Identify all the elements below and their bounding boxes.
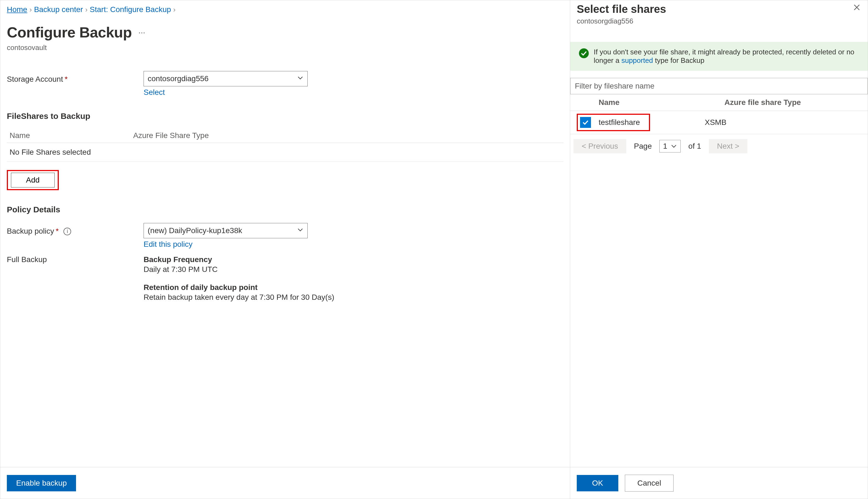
side-panel-title: Select file shares	[577, 3, 666, 15]
info-icon[interactable]: i	[63, 228, 71, 235]
fileshare-row[interactable]: testfileshare XSMB	[570, 111, 868, 134]
breadcrumb-backup-center[interactable]: Backup center	[34, 5, 83, 14]
chevron-down-icon	[670, 143, 677, 149]
add-button-highlight: Add	[7, 170, 59, 190]
side-panel: Select file shares contosorgdiag556 If y…	[570, 0, 868, 499]
ok-button[interactable]: OK	[577, 475, 618, 491]
backup-policy-label: Backup policy	[7, 227, 54, 235]
fileshare-row-type: XSMB	[705, 118, 726, 127]
page-of: of 1	[688, 142, 701, 150]
side-col-type: Azure file share Type	[724, 98, 801, 107]
required-icon: *	[64, 75, 68, 83]
chevron-right-icon: ›	[173, 5, 176, 14]
fileshares-heading: FileShares to Backup	[7, 111, 563, 121]
retention-title: Retention of daily backup point	[144, 283, 563, 292]
main-footer: Enable backup	[0, 467, 570, 499]
storage-account-dropdown[interactable]: contosorgdiag556	[144, 71, 308, 86]
next-button[interactable]: Next >	[709, 139, 748, 153]
backup-frequency-title: Backup Frequency	[144, 255, 563, 264]
main-pane: Home › Backup center › Start: Configure …	[0, 0, 570, 499]
fileshare-row-highlight: testfileshare	[577, 114, 650, 131]
add-button[interactable]: Add	[11, 173, 55, 187]
storage-account-label: Storage Account	[7, 75, 63, 83]
side-panel-subtitle: contosorgdiag556	[577, 17, 666, 25]
breadcrumb-home[interactable]: Home	[7, 5, 27, 14]
breadcrumb-start-configure-backup[interactable]: Start: Configure Backup	[90, 5, 171, 14]
storage-account-select-link[interactable]: Select	[144, 88, 165, 97]
chevron-right-icon: ›	[85, 5, 87, 14]
info-banner-text: If you don't see your file share, it mig…	[594, 48, 862, 65]
retention-text: Retain backup taken every day at 7:30 PM…	[144, 293, 563, 302]
full-backup-label: Full Backup	[7, 255, 144, 302]
fileshares-table: Name Azure File Share Type No File Share…	[7, 129, 563, 162]
page-subtitle: contosovault	[7, 44, 563, 52]
edit-policy-link[interactable]: Edit this policy	[144, 240, 192, 249]
supported-link[interactable]: supported	[621, 56, 653, 64]
page-title: Configure Backup	[7, 24, 132, 41]
filter-fileshare-input[interactable]	[570, 78, 868, 94]
fileshare-row-name: testfileshare	[599, 118, 640, 127]
info-banner: If you don't see your file share, it mig…	[570, 42, 868, 71]
chevron-down-icon	[297, 226, 304, 235]
storage-account-value: contosorgdiag556	[148, 74, 209, 83]
page-select[interactable]: 1	[659, 140, 681, 153]
backup-policy-dropdown[interactable]: (new) DailyPolicy-kup1e38k	[144, 223, 308, 238]
pager: < Previous Page 1 of 1 Next >	[570, 134, 868, 158]
chevron-down-icon	[297, 74, 304, 83]
success-check-icon	[579, 48, 589, 58]
previous-button[interactable]: < Previous	[573, 139, 626, 153]
more-actions-button[interactable]: ···	[137, 28, 147, 37]
fileshares-empty-message: No File Shares selected	[7, 143, 563, 162]
fileshares-col-name: Name	[10, 131, 133, 140]
enable-backup-button[interactable]: Enable backup	[7, 475, 76, 491]
cancel-button[interactable]: Cancel	[625, 475, 673, 491]
breadcrumb: Home › Backup center › Start: Configure …	[7, 5, 563, 16]
backup-frequency-text: Daily at 7:30 PM UTC	[144, 265, 563, 274]
page-label: Page	[634, 142, 652, 150]
policy-details-heading: Policy Details	[7, 205, 563, 214]
chevron-right-icon: ›	[29, 5, 32, 14]
fileshares-col-type: Azure File Share Type	[133, 131, 209, 140]
checkbox-checked[interactable]	[580, 117, 591, 128]
required-icon: *	[56, 227, 59, 235]
page-value: 1	[663, 142, 667, 150]
backup-policy-value: (new) DailyPolicy-kup1e38k	[148, 226, 242, 235]
close-icon[interactable]	[853, 3, 861, 13]
side-footer: OK Cancel	[570, 467, 868, 499]
side-col-name: Name	[599, 98, 724, 107]
